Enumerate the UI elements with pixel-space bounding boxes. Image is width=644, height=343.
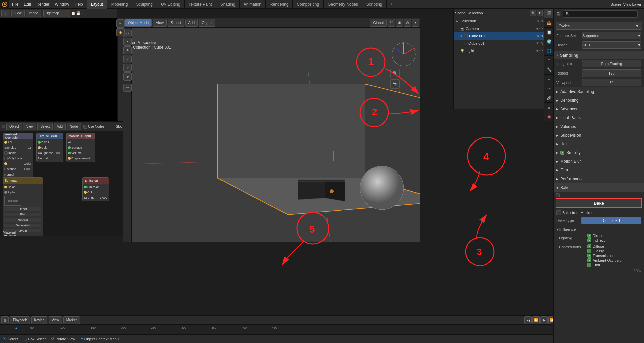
- img-image-btn[interactable]: Image: [26, 10, 41, 17]
- prop-tab-particles[interactable]: ✦: [544, 75, 554, 84]
- props-options-btn[interactable]: ☰: [639, 12, 642, 16]
- tab-uv-editing[interactable]: UV Editing: [157, 0, 185, 9]
- tab-geometry-nodes[interactable]: Geometry Nodes: [324, 0, 362, 9]
- tool-move[interactable]: ✛: [123, 46, 132, 54]
- prop-tab-object[interactable]: ◻: [544, 56, 554, 65]
- menu-edit[interactable]: Edit: [21, 0, 34, 8]
- hair-header[interactable]: ▸ Hair: [554, 140, 644, 148]
- sampling-section-header[interactable]: ▾ Sampling: [554, 51, 644, 59]
- img-view-btn[interactable]: ⬚: [1, 10, 10, 17]
- subdivision-header[interactable]: ▸ Subdivision: [554, 131, 644, 140]
- timeline-playback-btn[interactable]: Playback: [10, 316, 30, 324]
- motion-blur-header[interactable]: ▸ Motion Blur: [554, 157, 644, 166]
- tool-rotate[interactable]: ↺: [123, 55, 132, 63]
- img-name-field[interactable]: lightmap: [43, 10, 70, 17]
- timeline-view-btn[interactable]: View: [49, 316, 62, 324]
- menu-render[interactable]: Render: [34, 0, 52, 8]
- bake-multires-checkbox[interactable]: [556, 210, 561, 215]
- tool-transform[interactable]: ⊕: [123, 72, 132, 81]
- tab-rendering[interactable]: Rendering: [266, 0, 293, 9]
- tab-texture-paint[interactable]: Texture Paint: [185, 0, 216, 9]
- step-back-btn[interactable]: ⏪: [532, 316, 540, 324]
- shading-rendered[interactable]: ●: [412, 19, 419, 27]
- tool-select-box[interactable]: ⬚: [123, 29, 132, 37]
- tab-compositing[interactable]: Compositing: [293, 0, 324, 9]
- node-add-btn[interactable]: Add: [54, 123, 66, 130]
- props-search-input[interactable]: 🔍: [563, 10, 638, 18]
- shading-wireframe[interactable]: ⬚: [388, 19, 395, 27]
- play-btn[interactable]: ▶: [540, 316, 548, 324]
- timeline-keying-btn[interactable]: Keying: [31, 316, 48, 324]
- outliner-item-camera[interactable]: 📷 Camera 👁 🖱: [454, 25, 544, 32]
- glossy-checkbox[interactable]: ✓: [587, 249, 591, 253]
- timeline-collapse[interactable]: ◎: [1, 316, 9, 324]
- shading-material[interactable]: ◎: [404, 19, 411, 27]
- tool-annotate[interactable]: ✏: [123, 84, 132, 92]
- img-mode-btn[interactable]: View: [11, 10, 25, 17]
- menu-window[interactable]: Window: [52, 0, 72, 8]
- prop-tab-view-layer[interactable]: 🔲: [544, 28, 554, 37]
- timeline-marker-btn[interactable]: Marker: [63, 316, 80, 324]
- tab-add[interactable]: +: [387, 0, 397, 9]
- outliner-item-light[interactable]: 💡 Light 👁 🖱: [454, 47, 544, 54]
- render-engine-dropdown[interactable]: Cycles ▼: [556, 22, 642, 30]
- tab-shading[interactable]: Shading: [216, 0, 240, 9]
- simplify-checkbox[interactable]: ✓: [560, 151, 564, 155]
- bake-header[interactable]: ▾ Bake: [554, 183, 644, 192]
- simplify-header[interactable]: ▸ ✓ Simplify: [554, 148, 644, 157]
- feature-set-dropdown[interactable]: Supported ▼: [582, 32, 641, 39]
- node-select-btn[interactable]: Select: [37, 123, 53, 130]
- use-nodes-checkbox[interactable]: ✓: [83, 125, 87, 129]
- viewport-add-btn[interactable]: Add: [185, 19, 198, 27]
- outliner-item-cube001-parent[interactable]: ▾ ⬛ Cube.001 👁 🖱: [454, 32, 544, 40]
- shading-solid[interactable]: ◉: [396, 19, 403, 27]
- adaptive-sampling-header[interactable]: ▸ Adaptive Sampling: [554, 87, 644, 96]
- outliner-item-collection[interactable]: ▸ Collection 👁 🖱: [454, 17, 544, 25]
- prop-tab-modifiers[interactable]: 🔧: [544, 65, 554, 75]
- emit-checkbox[interactable]: ✓: [587, 263, 591, 267]
- node-material-output[interactable]: Material Output All Surface Volume Displ…: [66, 133, 95, 162]
- prop-tab-scene[interactable]: 🌍: [544, 37, 554, 46]
- advanced-header[interactable]: ▸ Advanced: [554, 105, 644, 113]
- film-header[interactable]: ▸ Film: [554, 166, 644, 175]
- diffuse-checkbox[interactable]: ✓: [587, 244, 591, 248]
- tab-modeling[interactable]: Modeling: [107, 0, 132, 9]
- bake-type-dropdown[interactable]: Combined: [581, 217, 641, 224]
- bake-button[interactable]: Bake: [556, 198, 642, 208]
- indirect-checkbox[interactable]: ✓: [587, 238, 591, 242]
- node-node-btn[interactable]: Node: [67, 123, 81, 130]
- viewport-object-btn[interactable]: Object: [199, 19, 215, 27]
- ao-checkbox[interactable]: ✓: [587, 258, 591, 262]
- prop-tab-world[interactable]: 🌐: [544, 46, 554, 56]
- tool-cursor[interactable]: ↖: [116, 19, 125, 28]
- viewport-select-btn[interactable]: Select: [168, 19, 184, 27]
- jump-start-btn[interactable]: ⏮: [524, 316, 532, 324]
- node-diffuse-bsdf[interactable]: Diffuse BSDF BSDF Color Roughness0.000 N…: [36, 133, 63, 162]
- node-lightmap[interactable]: lightmap Color Alpha lightmap Linear Fla…: [3, 177, 43, 236]
- menu-file[interactable]: File: [9, 0, 21, 8]
- node-object-btn[interactable]: Object: [6, 123, 22, 130]
- viewport-global-btn[interactable]: Global: [370, 19, 387, 27]
- tab-scripting[interactable]: Scripting: [362, 0, 387, 9]
- direct-checkbox[interactable]: ✓: [587, 234, 591, 238]
- tab-layout[interactable]: Layout: [87, 0, 107, 9]
- integrator-dropdown[interactable]: Path Tracing: [582, 60, 641, 67]
- render-samples-field[interactable]: 128: [582, 69, 641, 77]
- tool-scale[interactable]: ⤢: [123, 64, 132, 72]
- viewport-samples-field[interactable]: 32: [582, 79, 641, 86]
- prop-tab-output[interactable]: 📤: [544, 18, 554, 28]
- prop-tab-material[interactable]: ◉: [544, 112, 554, 121]
- tab-animation[interactable]: Animation: [240, 0, 266, 9]
- outliner-search[interactable]: 🔍: [530, 10, 536, 16]
- device-dropdown[interactable]: CPU ▼: [582, 41, 641, 49]
- light-paths-header[interactable]: ▸ Light Paths ☰: [554, 113, 644, 122]
- prop-tab-data[interactable]: ▲: [544, 103, 554, 112]
- prop-tab-constraints[interactable]: 🔗: [544, 93, 554, 103]
- node-ambient-occlusion[interactable]: Ambient Occlusion AO Samples16 Inside On…: [3, 133, 33, 178]
- volumes-header[interactable]: ▸ Volumes: [554, 122, 644, 131]
- denoising-header[interactable]: ▸ Denoising: [554, 96, 644, 105]
- node-view-btn[interactable]: View: [23, 123, 37, 130]
- tab-sculpting[interactable]: Sculpting: [132, 0, 157, 9]
- viewport-mode-btn[interactable]: Object Mode: [125, 19, 152, 27]
- bake-selected-obj-checkbox[interactable]: [556, 193, 560, 197]
